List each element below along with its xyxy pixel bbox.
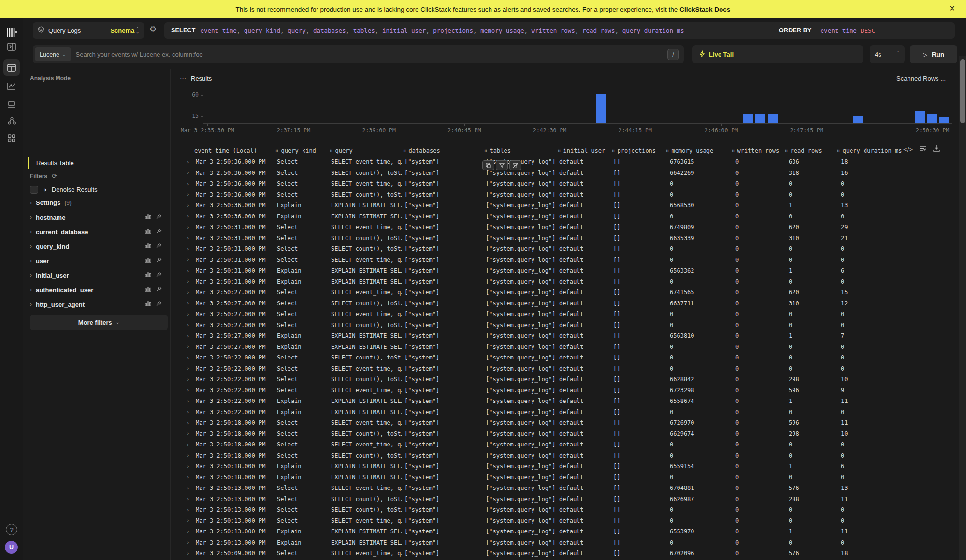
expand-row-icon[interactable]: › bbox=[184, 463, 193, 470]
column-drag-handle-icon[interactable]: ⠿ bbox=[275, 148, 279, 153]
source-selector[interactable]: Query Logs Schema ⌃⌄ bbox=[33, 22, 144, 39]
bar-chart-icon[interactable] bbox=[145, 301, 151, 308]
filter-item-authenticated_user[interactable]: › authenticated_user bbox=[23, 283, 171, 297]
expand-row-icon[interactable]: › bbox=[184, 507, 193, 513]
filter-include-icon[interactable] bbox=[496, 160, 508, 170]
expand-row-icon[interactable]: › bbox=[184, 409, 193, 415]
column-drag-handle-icon[interactable]: ⠿ bbox=[837, 148, 840, 153]
table-row[interactable]: ›Mar 3 2:50:36.000 PMSelectSELECT count(… bbox=[184, 189, 937, 201]
bar-chart-icon[interactable] bbox=[145, 243, 151, 250]
table-row[interactable]: ›Mar 3 2:50:36.000 PMSelectSELECT event_… bbox=[184, 157, 937, 168]
select-clause-input[interactable]: SELECT event_time, query_kind, query, da… bbox=[164, 22, 787, 39]
expand-row-icon[interactable]: › bbox=[184, 365, 193, 372]
table-row[interactable]: ›Mar 3 2:50:27.000 PMSelectSELECT event_… bbox=[184, 309, 937, 320]
expand-row-icon[interactable]: › bbox=[184, 344, 193, 350]
chart-bar[interactable] bbox=[927, 114, 937, 123]
expand-row-icon[interactable]: › bbox=[184, 289, 193, 296]
expand-row-icon[interactable]: › bbox=[184, 539, 193, 546]
pin-icon[interactable] bbox=[156, 243, 162, 250]
copy-icon[interactable] bbox=[482, 160, 494, 170]
schema-button[interactable]: Schema ⌃⌄ bbox=[110, 27, 139, 34]
column-drag-handle-icon[interactable]: ⠿ bbox=[558, 148, 561, 153]
chart-bar[interactable] bbox=[743, 114, 753, 123]
expand-row-icon[interactable]: › bbox=[184, 517, 193, 524]
expand-row-icon[interactable]: › bbox=[184, 257, 193, 263]
help-icon[interactable]: ? bbox=[6, 524, 17, 535]
filter-item-user[interactable]: › user bbox=[23, 254, 171, 268]
expand-row-icon[interactable]: › bbox=[184, 496, 193, 502]
vertical-scrollbar[interactable] bbox=[959, 56, 966, 560]
table-row[interactable]: ›Mar 3 2:50:31.000 PMSelectSELECT count(… bbox=[184, 233, 937, 244]
collapse-sidebar-icon[interactable] bbox=[3, 39, 20, 55]
table-row[interactable]: ›Mar 3 2:50:22.000 PMSelectSELECT count(… bbox=[184, 352, 937, 363]
denoise-checkbox[interactable] bbox=[30, 186, 38, 194]
column-drag-handle-icon[interactable]: ⠿ bbox=[403, 148, 406, 153]
table-row[interactable]: ›Mar 3 2:50:18.000 PMExplainEXPLAIN ESTI… bbox=[184, 461, 937, 472]
chart-bar[interactable] bbox=[768, 114, 778, 123]
table-row[interactable]: ›Mar 3 2:50:13.000 PMSelectSELECT count(… bbox=[184, 494, 937, 505]
table-row[interactable]: ›Mar 3 2:50:18.000 PMExplainEXPLAIN ESTI… bbox=[184, 472, 937, 483]
table-row[interactable]: ›Mar 3 2:50:13.000 PMExplainEXPLAIN ESTI… bbox=[184, 526, 937, 537]
banner-docs-link[interactable]: ClickStack Docs bbox=[679, 6, 730, 13]
query-language-dropdown[interactable]: Lucene⌄ bbox=[35, 47, 71, 61]
pin-icon[interactable] bbox=[156, 272, 162, 279]
live-tail-button[interactable]: Live Tail bbox=[692, 45, 863, 63]
filter-item-http_user_agent[interactable]: › http_user_agent bbox=[23, 297, 171, 312]
table-row[interactable]: ›Mar 3 2:50:36.000 PMExplainEXPLAIN ESTI… bbox=[184, 200, 937, 211]
expand-row-icon[interactable]: › bbox=[184, 311, 193, 317]
table-row[interactable]: ›Mar 3 2:50:27.000 PMExplainEXPLAIN ESTI… bbox=[184, 330, 937, 342]
table-row[interactable]: ›Mar 3 2:50:22.000 PMExplainEXPLAIN ESTI… bbox=[184, 407, 937, 418]
expand-row-icon[interactable]: › bbox=[184, 355, 193, 361]
expand-row-icon[interactable]: › bbox=[184, 442, 193, 448]
table-row[interactable]: ›Mar 3 2:50:27.000 PMSelectSELECT count(… bbox=[184, 320, 937, 331]
expand-row-icon[interactable]: › bbox=[184, 246, 193, 252]
table-row[interactable]: ›Mar 3 2:50:31.000 PMSelectSELECT count(… bbox=[184, 244, 937, 255]
column-drag-handle-icon[interactable]: ⠿ bbox=[785, 148, 788, 153]
settings-group[interactable]: › Settings {9} bbox=[30, 199, 72, 206]
column-header-databases[interactable]: ⠿databases bbox=[402, 147, 483, 154]
expand-row-icon[interactable]: › bbox=[184, 213, 193, 219]
column-header-projections[interactable]: ⠿projections bbox=[611, 147, 665, 154]
bar-chart-icon[interactable] bbox=[145, 214, 151, 221]
column-drag-handle-icon[interactable]: ⠿ bbox=[666, 148, 669, 153]
expand-row-icon[interactable]: › bbox=[184, 333, 193, 339]
expand-row-icon[interactable]: › bbox=[184, 485, 193, 491]
filter-item-query_kind[interactable]: › query_kind bbox=[23, 239, 171, 254]
chart-bar[interactable] bbox=[939, 117, 949, 123]
pin-icon[interactable] bbox=[156, 301, 162, 308]
expand-row-icon[interactable]: › bbox=[184, 431, 193, 437]
filter-item-initial_user[interactable]: › initial_user bbox=[23, 268, 171, 283]
expand-row-icon[interactable]: › bbox=[184, 474, 193, 480]
column-header-read_rows[interactable]: ⠿read_rows bbox=[784, 147, 836, 154]
column-drag-handle-icon[interactable]: ⠿ bbox=[484, 148, 488, 153]
expand-row-icon[interactable]: › bbox=[184, 550, 193, 557]
table-row[interactable]: ›Mar 3 2:50:36.000 PMSelectSELECT event_… bbox=[184, 178, 937, 189]
expand-row-icon[interactable]: › bbox=[184, 181, 193, 187]
pin-icon[interactable] bbox=[156, 228, 162, 236]
download-icon[interactable] bbox=[933, 145, 940, 154]
expand-row-icon[interactable]: › bbox=[184, 529, 193, 535]
column-header-memory_usage[interactable]: ⠿memory_usage bbox=[665, 147, 731, 154]
bar-chart-icon[interactable] bbox=[145, 228, 151, 236]
pin-icon[interactable] bbox=[156, 286, 162, 294]
expand-row-icon[interactable]: › bbox=[184, 159, 193, 165]
clickhouse-logo[interactable] bbox=[3, 24, 20, 41]
table-row[interactable]: ›Mar 3 2:50:18.000 PMSelectSELECT count(… bbox=[184, 429, 937, 440]
filter-item-current_database[interactable]: › current_database bbox=[23, 225, 171, 239]
expand-row-icon[interactable]: › bbox=[184, 268, 193, 274]
apps-grid-icon[interactable] bbox=[3, 130, 20, 146]
refresh-icon[interactable]: ⟳ bbox=[52, 172, 57, 180]
more-filters-button[interactable]: More filters ⌄ bbox=[30, 315, 168, 330]
expand-row-icon[interactable]: › bbox=[184, 322, 193, 328]
expand-row-icon[interactable]: › bbox=[184, 387, 193, 393]
table-row[interactable]: ›Mar 3 2:50:31.000 PMSelectSELECT event_… bbox=[184, 255, 937, 266]
expand-row-icon[interactable]: › bbox=[184, 376, 193, 383]
table-row[interactable]: ›Mar 3 2:50:22.000 PMSelectSELECT event_… bbox=[184, 363, 937, 374]
expand-row-icon[interactable]: › bbox=[184, 300, 193, 306]
code-view-icon[interactable]: </> bbox=[903, 146, 913, 153]
expand-row-icon[interactable]: › bbox=[184, 224, 193, 230]
chart-bar[interactable] bbox=[915, 111, 925, 123]
chart-bar[interactable] bbox=[596, 94, 606, 123]
expand-row-icon[interactable]: › bbox=[184, 420, 193, 426]
expand-row-icon[interactable]: › bbox=[184, 202, 193, 209]
